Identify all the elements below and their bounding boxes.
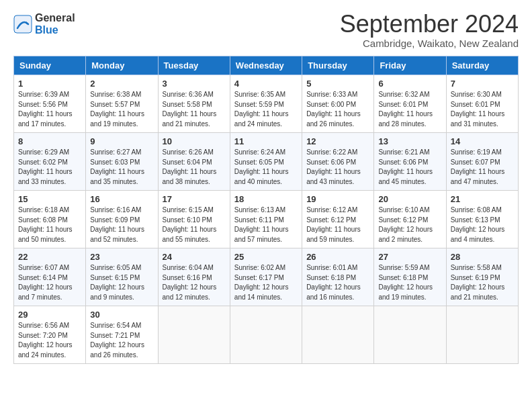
calendar-cell [302,306,374,364]
day-number: 17 [163,194,226,204]
calendar-cell: 21Sunrise: 6:08 AM Sunset: 6:13 PM Dayli… [446,191,518,248]
calendar-day-header: Monday [86,56,158,75]
day-info: Sunrise: 6:01 AM Sunset: 6:18 PM Dayligh… [306,263,369,302]
calendar-day-header: Tuesday [158,56,230,75]
calendar-cell: 27Sunrise: 5:59 AM Sunset: 6:18 PM Dayli… [374,248,446,306]
calendar-cell: 3Sunrise: 6:36 AM Sunset: 5:58 PM Daylig… [158,75,230,133]
calendar-cell: 25Sunrise: 6:02 AM Sunset: 6:17 PM Dayli… [230,248,302,306]
day-info: Sunrise: 6:32 AM Sunset: 6:01 PM Dayligh… [378,90,441,129]
calendar-cell: 22Sunrise: 6:07 AM Sunset: 6:14 PM Dayli… [14,248,86,306]
day-number: 12 [306,136,369,146]
day-info: Sunrise: 5:59 AM Sunset: 6:18 PM Dayligh… [378,263,441,302]
day-info: Sunrise: 6:22 AM Sunset: 6:06 PM Dayligh… [306,148,369,187]
calendar-cell: 2Sunrise: 6:38 AM Sunset: 5:57 PM Daylig… [86,75,158,133]
day-info: Sunrise: 6:36 AM Sunset: 5:58 PM Dayligh… [163,90,226,129]
day-number: 1 [18,79,81,89]
day-number: 18 [234,194,298,204]
day-number: 16 [90,194,153,204]
day-info: Sunrise: 6:56 AM Sunset: 7:20 PM Dayligh… [18,321,81,360]
day-number: 9 [90,136,153,146]
day-info: Sunrise: 6:12 AM Sunset: 6:12 PM Dayligh… [306,205,369,244]
calendar-cell: 18Sunrise: 6:13 AM Sunset: 6:11 PM Dayli… [230,191,302,248]
day-number: 27 [378,252,441,262]
day-number: 10 [163,136,226,146]
day-info: Sunrise: 6:24 AM Sunset: 6:05 PM Dayligh… [234,148,298,187]
day-info: Sunrise: 6:54 AM Sunset: 7:21 PM Dayligh… [90,321,153,360]
calendar-week-row: 15Sunrise: 6:18 AM Sunset: 6:08 PM Dayli… [14,191,519,248]
calendar-cell: 20Sunrise: 6:10 AM Sunset: 6:12 PM Dayli… [374,191,446,248]
calendar-cell: 9Sunrise: 6:27 AM Sunset: 6:03 PM Daylig… [86,133,158,191]
logo-icon [13,15,32,34]
day-info: Sunrise: 6:08 AM Sunset: 6:13 PM Dayligh… [451,205,514,244]
day-info: Sunrise: 6:02 AM Sunset: 6:17 PM Dayligh… [234,263,298,302]
calendar-cell: 8Sunrise: 6:29 AM Sunset: 6:02 PM Daylig… [14,133,86,191]
calendar-cell: 14Sunrise: 6:19 AM Sunset: 6:07 PM Dayli… [446,133,518,191]
calendar-cell: 7Sunrise: 6:30 AM Sunset: 6:01 PM Daylig… [446,75,518,133]
day-info: Sunrise: 6:39 AM Sunset: 5:56 PM Dayligh… [18,90,81,129]
day-info: Sunrise: 6:04 AM Sunset: 6:16 PM Dayligh… [163,263,226,302]
day-number: 29 [18,310,81,320]
day-info: Sunrise: 6:30 AM Sunset: 6:01 PM Dayligh… [451,90,514,129]
day-number: 4 [234,79,298,89]
calendar-cell: 19Sunrise: 6:12 AM Sunset: 6:12 PM Dayli… [302,191,374,248]
day-number: 2 [90,79,153,89]
calendar-cell: 17Sunrise: 6:15 AM Sunset: 6:10 PM Dayli… [158,191,230,248]
day-number: 20 [378,194,441,204]
calendar-cell: 10Sunrise: 6:26 AM Sunset: 6:04 PM Dayli… [158,133,230,191]
day-info: Sunrise: 6:29 AM Sunset: 6:02 PM Dayligh… [18,148,81,187]
day-info: Sunrise: 6:16 AM Sunset: 6:09 PM Dayligh… [90,205,153,244]
day-number: 7 [451,79,514,89]
day-number: 6 [378,79,441,89]
title-block: September 2024 Cambridge, Waikato, New Z… [340,12,519,49]
day-info: Sunrise: 6:13 AM Sunset: 6:11 PM Dayligh… [234,205,298,244]
month-title: September 2024 [340,12,519,36]
calendar-day-header: Sunday [14,56,86,75]
logo: General Blue [13,12,75,36]
day-info: Sunrise: 6:18 AM Sunset: 6:08 PM Dayligh… [18,205,81,244]
day-number: 5 [306,79,369,89]
day-info: Sunrise: 6:26 AM Sunset: 6:04 PM Dayligh… [163,148,226,187]
day-number: 23 [90,252,153,262]
calendar-cell: 16Sunrise: 6:16 AM Sunset: 6:09 PM Dayli… [86,191,158,248]
day-number: 30 [90,310,153,320]
page: General Blue September 2024 Cambridge, W… [0,0,532,376]
calendar-cell: 12Sunrise: 6:22 AM Sunset: 6:06 PM Dayli… [302,133,374,191]
day-number: 28 [451,252,514,262]
day-number: 14 [451,136,514,146]
day-info: Sunrise: 6:33 AM Sunset: 6:00 PM Dayligh… [306,90,369,129]
calendar-cell [230,306,302,364]
day-number: 11 [234,136,298,146]
calendar-week-row: 22Sunrise: 6:07 AM Sunset: 6:14 PM Dayli… [14,248,519,306]
calendar-cell: 23Sunrise: 6:05 AM Sunset: 6:15 PM Dayli… [86,248,158,306]
calendar-cell: 30Sunrise: 6:54 AM Sunset: 7:21 PM Dayli… [86,306,158,364]
calendar-week-row: 8Sunrise: 6:29 AM Sunset: 6:02 PM Daylig… [14,133,519,191]
day-number: 15 [18,194,81,204]
calendar-day-header: Thursday [302,56,374,75]
calendar-day-header: Friday [374,56,446,75]
day-info: Sunrise: 6:21 AM Sunset: 6:06 PM Dayligh… [378,148,441,187]
calendar-cell: 26Sunrise: 6:01 AM Sunset: 6:18 PM Dayli… [302,248,374,306]
calendar-cell [446,306,518,364]
calendar-table: SundayMondayTuesdayWednesdayThursdayFrid… [13,56,519,364]
day-info: Sunrise: 6:07 AM Sunset: 6:14 PM Dayligh… [18,263,81,302]
day-number: 25 [234,252,298,262]
calendar-cell: 15Sunrise: 6:18 AM Sunset: 6:08 PM Dayli… [14,191,86,248]
day-number: 22 [18,252,81,262]
day-number: 13 [378,136,441,146]
calendar-cell [374,306,446,364]
calendar-cell: 28Sunrise: 5:58 AM Sunset: 6:19 PM Dayli… [446,248,518,306]
day-info: Sunrise: 6:27 AM Sunset: 6:03 PM Dayligh… [90,148,153,187]
calendar-cell [158,306,230,364]
logo-general: General [35,12,75,24]
calendar-cell: 4Sunrise: 6:35 AM Sunset: 5:59 PM Daylig… [230,75,302,133]
day-info: Sunrise: 6:38 AM Sunset: 5:57 PM Dayligh… [90,90,153,129]
calendar-header-row: SundayMondayTuesdayWednesdayThursdayFrid… [14,56,519,75]
calendar-week-row: 1Sunrise: 6:39 AM Sunset: 5:56 PM Daylig… [14,75,519,133]
day-number: 24 [163,252,226,262]
calendar-cell: 1Sunrise: 6:39 AM Sunset: 5:56 PM Daylig… [14,75,86,133]
day-info: Sunrise: 5:58 AM Sunset: 6:19 PM Dayligh… [451,263,514,302]
day-number: 26 [306,252,369,262]
day-number: 21 [451,194,514,204]
calendar-cell: 13Sunrise: 6:21 AM Sunset: 6:06 PM Dayli… [374,133,446,191]
calendar-cell: 6Sunrise: 6:32 AM Sunset: 6:01 PM Daylig… [374,75,446,133]
